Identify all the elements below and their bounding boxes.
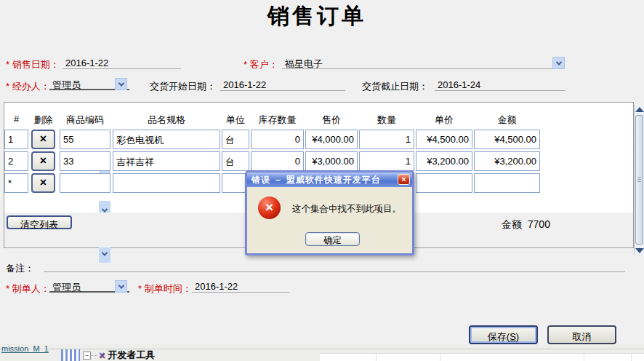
sale-date-field[interactable]: 2016-1-22: [63, 56, 181, 69]
tree-collapse-icon[interactable]: −: [83, 352, 91, 360]
product-code-cell[interactable]: 33: [60, 151, 110, 171]
qty-cell[interactable]: 1: [359, 130, 414, 149]
unit-price-cell[interactable]: ¥4,500.00: [416, 130, 472, 149]
chevron-down-icon: [118, 282, 124, 288]
price-cell[interactable]: ¥3,000.00: [305, 151, 358, 171]
grid-total: 金额 7700: [502, 218, 550, 231]
splitter-stripes: [61, 349, 80, 361]
scroll-down-icon[interactable]: [635, 248, 644, 253]
col-header-price: 售价: [305, 114, 358, 127]
delivery-start-label: 交货开始日期：: [150, 80, 216, 93]
col-header-delete: 删除: [31, 114, 55, 127]
col-header-qty: 数量: [359, 114, 414, 127]
background-grid-panel: [320, 353, 644, 361]
maker-dropdown-button[interactable]: [115, 280, 127, 293]
vertical-scrollbar[interactable]: [634, 105, 644, 255]
save-button[interactable]: 保存(S): [469, 325, 538, 344]
product-name-cell[interactable]: 吉祥吉祥: [113, 151, 220, 171]
unit-cell[interactable]: 台: [222, 130, 249, 149]
row-index-cell: 2: [4, 151, 28, 171]
table-row: 1 × 55 彩色电视机 台 0 ¥4,000.00 1 ¥4,500.00 ¥…: [4, 130, 542, 149]
remark-field[interactable]: [44, 259, 625, 272]
customer-field[interactable]: 福星电子: [282, 56, 552, 69]
close-icon[interactable]: ×: [398, 174, 410, 185]
make-time-label: * 制单时间：: [138, 282, 192, 295]
delivery-end-field[interactable]: 2016-1-24: [435, 78, 565, 91]
make-time-field[interactable]: 2016-1-22: [192, 279, 289, 293]
dev-tools-icon: ×: [99, 350, 105, 360]
unit-price-cell[interactable]: [416, 173, 472, 193]
handler-label: * 经办人：: [6, 80, 50, 93]
save-button-label: 保存(: [488, 331, 510, 342]
amount-cell[interactable]: [474, 173, 540, 193]
grid-line: [376, 354, 377, 361]
col-header-stock: 库存数量: [251, 114, 304, 127]
col-header-name: 品名规格: [113, 114, 220, 127]
amount-cell[interactable]: ¥3,200.00: [474, 151, 540, 171]
error-dialog: 错误 － 盟威软件快速开发平台 × × 这个集合中找不到此项目。 确定: [245, 170, 414, 255]
delete-row-button[interactable]: ×: [31, 173, 55, 193]
ok-button[interactable]: 确定: [305, 232, 360, 246]
qty-cell[interactable]: 1: [359, 151, 414, 171]
col-header-index: #: [4, 114, 28, 124]
page-title: 销售订单: [0, 1, 634, 31]
error-icon: ×: [258, 197, 281, 219]
grid-line: [631, 354, 632, 361]
sales-order-form: { "title": "销售订单", "fields": { "sale_dat…: [0, 0, 644, 361]
col-header-unit-price: 单价: [416, 114, 472, 127]
chevron-down-icon: [102, 250, 108, 255]
maker-label: * 制单人：: [6, 282, 50, 295]
product-name-cell[interactable]: [113, 173, 220, 193]
handler-dropdown-button[interactable]: [115, 78, 127, 90]
chevron-down-icon: [118, 80, 124, 86]
stock-cell[interactable]: 0: [251, 130, 304, 149]
stock-cell[interactable]: 0: [251, 151, 304, 171]
cancel-button[interactable]: 取消: [547, 325, 616, 344]
customer-label: * 客户：: [243, 58, 278, 71]
delivery-start-field[interactable]: 2016-1-22: [220, 78, 345, 91]
save-button-accesskey: S: [510, 331, 516, 342]
scroll-up-icon[interactable]: [635, 107, 644, 112]
price-cell[interactable]: ¥4,000.00: [305, 130, 358, 149]
delete-row-button[interactable]: ×: [31, 130, 55, 149]
product-code-cell[interactable]: 55: [60, 130, 110, 149]
tree-connector: [91, 355, 97, 356]
clear-list-button[interactable]: 清空列表: [7, 215, 72, 229]
delete-row-button[interactable]: ×: [31, 151, 55, 171]
amount-cell[interactable]: ¥4,500.00: [474, 130, 540, 149]
tree-item-label: 开发者工具: [108, 349, 155, 361]
col-header-code: 商品编码: [60, 114, 110, 127]
total-value: 7700: [528, 218, 550, 230]
customer-dropdown-button[interactable]: [552, 57, 565, 69]
scrollbar-thumb[interactable]: [635, 115, 643, 245]
col-header-amount: 金额: [474, 114, 540, 127]
row-index-cell: *: [4, 173, 28, 193]
chevron-down-icon: [555, 59, 561, 65]
table-row: 2 × 33 吉祥吉祥 台 0 ¥3,000.00 1 ¥3,200.00 ¥3…: [4, 151, 542, 171]
error-message: 这个集合中找不到此项目。: [292, 203, 401, 215]
total-label: 金额: [502, 218, 522, 230]
col-header-unit: 单位: [222, 114, 249, 127]
partial-link-text[interactable]: mission_M_1: [1, 344, 49, 353]
unit-cell[interactable]: 台: [222, 151, 249, 171]
error-dialog-titlebar[interactable]: 错误 － 盟威软件快速开发平台: [247, 172, 412, 187]
product-name-cell[interactable]: 彩色电视机: [113, 130, 220, 149]
product-code-cell[interactable]: [60, 173, 110, 193]
save-button-label-suffix: ): [516, 331, 519, 342]
sale-date-label: * 销售日期：: [6, 58, 60, 71]
grid-line: [440, 354, 440, 361]
chevron-down-icon: [102, 206, 108, 212]
unit-price-cell[interactable]: ¥3,200.00: [416, 151, 472, 171]
scrollbar-grip: [637, 177, 641, 183]
background-window-sliver: mission_M_1 − × 开发者工具: [0, 344, 644, 361]
grid-line: [584, 354, 584, 361]
delivery-end-label: 交货截止日期：: [362, 80, 428, 93]
remark-label: 备注：: [6, 262, 34, 275]
tree-item-dev-tools[interactable]: − × 开发者工具: [83, 349, 155, 361]
row-index-cell: 1: [4, 130, 28, 149]
